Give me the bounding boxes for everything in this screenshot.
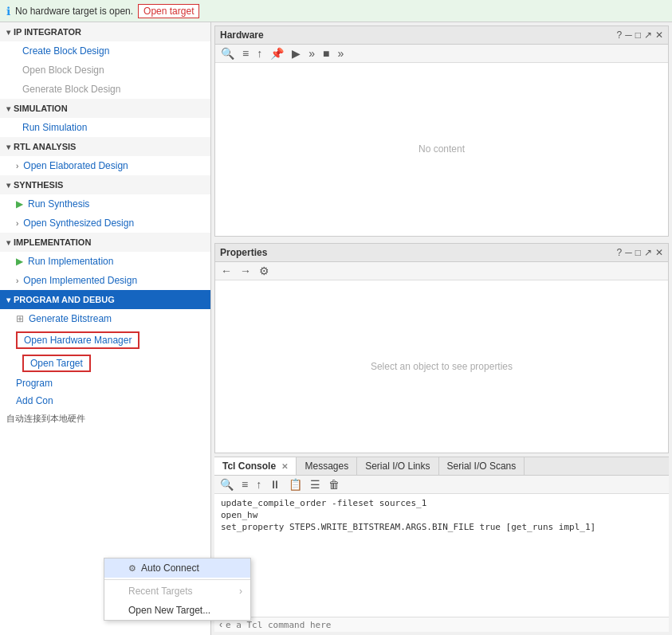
sidebar-item-run-implementation[interactable]: ▶ Run Implementation <box>0 252 210 271</box>
maximize-icon[interactable]: ↗ <box>644 29 652 41</box>
right-content: Hardware ? ─ □ ↗ ✕ 🔍 ≡ ↑ 📌 ▶ » <box>211 22 672 635</box>
open-target-box[interactable]: Open Target <box>22 355 91 372</box>
up-icon[interactable]: ↑ <box>254 46 265 61</box>
list-icon[interactable]: ☰ <box>308 477 323 492</box>
sidebar-item-add-config[interactable]: Add Con <box>0 392 210 410</box>
tab-serial-io-links[interactable]: Serial I/O Links <box>357 457 438 475</box>
hardware-panel-header: Hardware ? ─ □ ↗ ✕ <box>215 26 668 45</box>
dropdown-item-auto-connect[interactable]: ⚙ Auto Connect <box>104 559 250 578</box>
properties-panel-header: Properties ? ─ □ ↗ ✕ <box>215 244 668 262</box>
open-hardware-manager-box[interactable]: Open Hardware Manager <box>16 331 140 349</box>
close-icon[interactable]: ✕ <box>655 247 663 258</box>
pause-icon[interactable]: ⏸ <box>267 477 283 492</box>
sidebar-section-ip-integrator[interactable]: ▾ IP INTEGRATOR <box>0 22 210 41</box>
run-icon: ▶ <box>16 256 23 267</box>
sidebar-section-implementation[interactable]: ▾ IMPLEMENTATION <box>0 233 210 252</box>
main-layout: ▾ IP INTEGRATOR Create Block Design Open… <box>0 22 672 635</box>
open-target-info-button[interactable]: Open target <box>138 4 199 18</box>
dropdown-separator <box>104 579 250 580</box>
console-input-area: ‹ <box>214 617 669 632</box>
forward-icon[interactable]: → <box>238 264 253 278</box>
copy-icon[interactable]: 📋 <box>286 477 305 492</box>
tab-tcl-console[interactable]: Tcl Console ✕ <box>214 457 297 475</box>
chevron-down-icon: ▾ <box>6 28 10 37</box>
play-icon[interactable]: ▶ <box>289 46 303 61</box>
auto-connect-dropdown: ⚙ Auto Connect Recent Targets › Open New… <box>104 558 251 621</box>
stop-icon[interactable]: ■ <box>320 46 332 61</box>
settings-icon[interactable]: ⚙ <box>257 264 272 278</box>
hardware-toolbar: 🔍 ≡ ↑ 📌 ▶ » ■ » <box>215 45 668 63</box>
tab-serial-io-scans[interactable]: Serial I/O Scans <box>439 457 525 475</box>
minimize-icon[interactable]: ─ <box>625 247 632 258</box>
console-tabs: Tcl Console ✕ Messages Serial I/O Links … <box>214 457 669 476</box>
sidebar-item-create-block-design[interactable]: Create Block Design <box>0 41 210 61</box>
properties-panel-controls: ? ─ □ ↗ ✕ <box>617 247 663 258</box>
select-object-text: Select an object to see properties <box>371 361 513 372</box>
close-icon[interactable]: ✕ <box>655 29 663 41</box>
maximize-icon[interactable]: ↗ <box>644 247 652 258</box>
tcl-input[interactable] <box>226 620 664 630</box>
sidebar-item-run-synthesis[interactable]: ▶ Run Synthesis <box>0 194 210 214</box>
hardware-panel: Hardware ? ─ □ ↗ ✕ 🔍 ≡ ↑ 📌 ▶ » <box>214 25 669 237</box>
gear-icon: ⚙ <box>128 563 136 574</box>
tab-messages[interactable]: Messages <box>297 457 357 475</box>
properties-toolbar: ← → ⚙ <box>215 262 668 280</box>
synthesis-label: SYNTHESIS <box>14 180 63 190</box>
info-bar: ℹ No hardware target is open. Open targe… <box>0 0 672 22</box>
sidebar-item-generate-bitstream[interactable]: ⊞ Generate Bitstream <box>0 309 210 328</box>
sidebar-item-open-synthesized-design[interactable]: › Open Synthesized Design <box>0 214 210 233</box>
filter-icon[interactable]: ≡ <box>239 477 250 492</box>
console-content: update_compile_order -fileset sources_1 … <box>214 494 669 617</box>
chevron-down-icon: ▾ <box>6 181 10 190</box>
restore-icon[interactable]: □ <box>635 29 641 41</box>
ip-integrator-label: IP INTEGRATOR <box>14 27 81 37</box>
properties-panel: Properties ? ─ □ ↗ ✕ ← → ⚙ Select an obj… <box>214 243 669 454</box>
sidebar-item-open-elaborated-design[interactable]: › Open Elaborated Design <box>0 156 210 175</box>
chevron-right-icon: › <box>16 162 18 171</box>
minimize-icon[interactable]: ─ <box>625 29 632 41</box>
console-toolbar: 🔍 ≡ ↑ ⏸ 📋 ☰ 🗑 <box>214 476 669 494</box>
properties-panel-content: Select an object to see properties <box>215 280 668 453</box>
dropdown-item-recent-targets: Recent Targets › <box>104 582 250 601</box>
forward-icon[interactable]: » <box>306 46 317 61</box>
chevron-right-icon: › <box>16 276 18 285</box>
chevron-right-icon: › <box>16 219 18 228</box>
chevron-down-icon: ▾ <box>6 143 10 151</box>
tab-close-icon[interactable]: ✕ <box>281 462 288 471</box>
more-icon[interactable]: » <box>335 46 346 61</box>
console-line-2: open_hw <box>221 509 662 521</box>
back-icon[interactable]: ← <box>218 264 234 278</box>
simulation-label: SIMULATION <box>14 104 68 113</box>
properties-panel-title: Properties <box>220 247 267 258</box>
help-icon[interactable]: ? <box>617 247 623 258</box>
sidebar-section-synthesis[interactable]: ▾ SYNTHESIS <box>0 175 210 194</box>
sidebar-item-open-implemented-design[interactable]: › Open Implemented Design <box>0 271 210 290</box>
filter-icon[interactable]: ≡ <box>240 46 251 61</box>
console-line-1: update_compile_order -fileset sources_1 <box>221 497 662 509</box>
restore-icon[interactable]: □ <box>635 247 641 258</box>
sidebar-item-program[interactable]: Program <box>0 374 210 392</box>
arrow-right-icon: › <box>239 586 242 597</box>
rtl-analysis-label: RTL ANALYSIS <box>14 142 76 151</box>
prompt-arrow: ‹ <box>219 619 222 630</box>
run-icon: ▶ <box>16 198 23 210</box>
sidebar-section-simulation[interactable]: ▾ SIMULATION <box>0 99 210 118</box>
sidebar-section-rtl-analysis[interactable]: ▾ RTL ANALYSIS <box>0 137 210 156</box>
sidebar-section-program-debug[interactable]: ▾ PROGRAM AND DEBUG <box>0 290 210 309</box>
program-debug-label: PROGRAM AND DEBUG <box>14 295 115 304</box>
search-icon[interactable]: 🔍 <box>218 477 236 492</box>
help-icon[interactable]: ? <box>617 29 623 41</box>
search-icon[interactable]: 🔍 <box>218 46 237 61</box>
implementation-label: IMPLEMENTATION <box>14 237 91 247</box>
sidebar: ▾ IP INTEGRATOR Create Block Design Open… <box>0 22 211 635</box>
delete-icon[interactable]: 🗑 <box>326 477 342 492</box>
pin-icon[interactable]: 📌 <box>268 46 286 61</box>
info-icon: ℹ <box>6 5 10 18</box>
hardware-panel-title: Hardware <box>220 29 264 41</box>
sidebar-bottom-text: 自动连接到本地硬件 <box>0 410 210 428</box>
dropdown-item-open-new-target[interactable]: Open New Target... <box>104 601 250 620</box>
sidebar-item-run-simulation[interactable]: Run Simulation <box>0 118 210 137</box>
sidebar-item-open-hardware-manager[interactable]: Open Hardware Manager <box>0 328 210 352</box>
panels-area: Hardware ? ─ □ ↗ ✕ 🔍 ≡ ↑ 📌 ▶ » <box>211 22 672 635</box>
up-icon[interactable]: ↑ <box>253 477 264 492</box>
